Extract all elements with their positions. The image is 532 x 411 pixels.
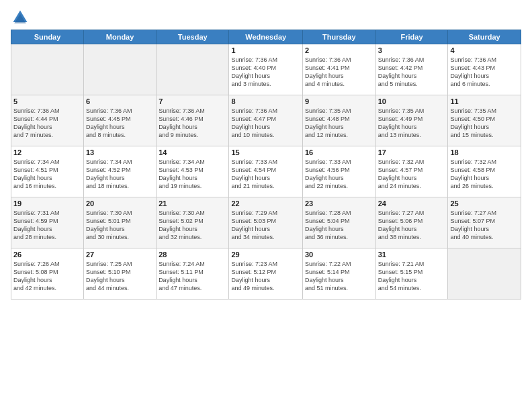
calendar-week-row: 26 Sunrise: 7:26 AMSunset: 5:08 PMDaylig… — [11, 248, 521, 300]
day-info: Sunrise: 7:31 AMSunset: 4:59 PMDaylight … — [13, 209, 81, 242]
day-number: 22 — [231, 199, 300, 208]
day-number: 9 — [305, 97, 373, 105]
day-info: Sunrise: 7:34 AMSunset: 4:51 PMDaylight … — [13, 158, 81, 191]
calendar-day-cell: 3 Sunrise: 7:36 AMSunset: 4:42 PMDayligh… — [375, 44, 448, 95]
day-info: Sunrise: 7:36 AMSunset: 4:46 PMDaylight … — [159, 107, 226, 140]
day-number: 20 — [86, 199, 154, 208]
calendar-day-cell: 23 Sunrise: 7:28 AMSunset: 5:04 PMDaylig… — [302, 197, 375, 248]
day-of-week-header: Tuesday — [157, 30, 229, 44]
day-info: Sunrise: 7:36 AMSunset: 4:43 PMDaylight … — [450, 56, 519, 89]
day-info: Sunrise: 7:32 AMSunset: 4:58 PMDaylight … — [450, 158, 519, 191]
calendar-day-cell: 24 Sunrise: 7:27 AMSunset: 5:06 PMDaylig… — [375, 197, 448, 248]
day-info: Sunrise: 7:25 AMSunset: 5:10 PMDaylight … — [86, 260, 154, 293]
day-of-week-header: Friday — [375, 30, 448, 44]
calendar-day-cell — [448, 248, 521, 300]
calendar-table: SundayMondayTuesdayWednesdayThursdayFrid… — [11, 30, 521, 300]
calendar-day-cell: 26 Sunrise: 7:26 AMSunset: 5:08 PMDaylig… — [11, 248, 84, 300]
day-info: Sunrise: 7:29 AMSunset: 5:03 PMDaylight … — [231, 209, 300, 242]
calendar-day-cell: 12 Sunrise: 7:34 AMSunset: 4:51 PMDaylig… — [11, 146, 84, 197]
day-info: Sunrise: 7:30 AMSunset: 5:02 PMDaylight … — [159, 209, 226, 242]
day-number: 7 — [159, 97, 226, 105]
day-of-week-header: Saturday — [448, 30, 521, 44]
day-number: 1 — [231, 46, 300, 54]
day-number: 26 — [13, 250, 81, 259]
day-info: Sunrise: 7:36 AMSunset: 4:42 PMDaylight … — [378, 56, 446, 89]
day-number: 13 — [86, 148, 154, 156]
day-info: Sunrise: 7:32 AMSunset: 4:57 PMDaylight … — [378, 158, 446, 191]
day-number: 27 — [86, 250, 154, 259]
calendar-day-cell: 16 Sunrise: 7:33 AMSunset: 4:56 PMDaylig… — [302, 146, 375, 197]
day-number: 14 — [159, 148, 226, 156]
day-number: 16 — [305, 148, 373, 156]
calendar-day-cell: 9 Sunrise: 7:35 AMSunset: 4:48 PMDayligh… — [302, 95, 375, 146]
header — [11, 8, 521, 27]
calendar-day-cell: 7 Sunrise: 7:36 AMSunset: 4:46 PMDayligh… — [157, 95, 229, 146]
calendar-day-cell: 13 Sunrise: 7:34 AMSunset: 4:52 PMDaylig… — [84, 146, 157, 197]
calendar-day-cell: 10 Sunrise: 7:35 AMSunset: 4:49 PMDaylig… — [375, 95, 448, 146]
calendar-day-cell: 27 Sunrise: 7:25 AMSunset: 5:10 PMDaylig… — [84, 248, 157, 300]
calendar-day-cell: 8 Sunrise: 7:36 AMSunset: 4:47 PMDayligh… — [229, 95, 303, 146]
calendar-day-cell: 20 Sunrise: 7:30 AMSunset: 5:01 PMDaylig… — [84, 197, 157, 248]
day-number: 11 — [450, 97, 519, 105]
calendar-week-row: 5 Sunrise: 7:36 AMSunset: 4:44 PMDayligh… — [11, 95, 521, 146]
day-number: 3 — [378, 46, 446, 54]
calendar-day-cell: 17 Sunrise: 7:32 AMSunset: 4:57 PMDaylig… — [375, 146, 448, 197]
calendar-day-cell: 1 Sunrise: 7:36 AMSunset: 4:40 PMDayligh… — [229, 44, 303, 95]
day-info: Sunrise: 7:35 AMSunset: 4:48 PMDaylight … — [305, 107, 373, 140]
calendar-day-cell: 19 Sunrise: 7:31 AMSunset: 4:59 PMDaylig… — [11, 197, 84, 248]
day-number: 5 — [13, 97, 81, 105]
calendar-week-row: 12 Sunrise: 7:34 AMSunset: 4:51 PMDaylig… — [11, 146, 521, 197]
calendar-day-cell: 28 Sunrise: 7:24 AMSunset: 5:11 PMDaylig… — [157, 248, 229, 300]
day-number: 15 — [231, 148, 300, 156]
page: SundayMondayTuesdayWednesdayThursdayFrid… — [0, 0, 532, 411]
calendar-header-row: SundayMondayTuesdayWednesdayThursdayFrid… — [11, 30, 521, 44]
day-number: 6 — [86, 97, 154, 105]
day-info: Sunrise: 7:33 AMSunset: 4:54 PMDaylight … — [231, 158, 300, 191]
calendar-day-cell: 11 Sunrise: 7:35 AMSunset: 4:50 PMDaylig… — [448, 95, 521, 146]
day-number: 12 — [13, 148, 81, 156]
calendar-day-cell: 6 Sunrise: 7:36 AMSunset: 4:45 PMDayligh… — [84, 95, 157, 146]
calendar-day-cell: 18 Sunrise: 7:32 AMSunset: 4:58 PMDaylig… — [448, 146, 521, 197]
day-number: 31 — [378, 250, 446, 259]
day-info: Sunrise: 7:36 AMSunset: 4:47 PMDaylight … — [231, 107, 300, 140]
day-number: 28 — [159, 250, 226, 259]
day-number: 24 — [378, 199, 446, 208]
day-info: Sunrise: 7:33 AMSunset: 4:56 PMDaylight … — [305, 158, 373, 191]
calendar-day-cell: 15 Sunrise: 7:33 AMSunset: 4:54 PMDaylig… — [229, 146, 303, 197]
calendar-day-cell: 31 Sunrise: 7:21 AMSunset: 5:15 PMDaylig… — [375, 248, 448, 300]
day-number: 25 — [450, 199, 519, 208]
day-number: 23 — [305, 199, 373, 208]
day-number: 18 — [450, 148, 519, 156]
day-info: Sunrise: 7:35 AMSunset: 4:50 PMDaylight … — [450, 107, 519, 140]
day-info: Sunrise: 7:24 AMSunset: 5:11 PMDaylight … — [159, 260, 226, 293]
day-info: Sunrise: 7:36 AMSunset: 4:44 PMDaylight … — [13, 107, 81, 140]
calendar-day-cell — [84, 44, 157, 95]
day-info: Sunrise: 7:22 AMSunset: 5:14 PMDaylight … — [305, 260, 373, 293]
day-info: Sunrise: 7:34 AMSunset: 4:52 PMDaylight … — [86, 158, 154, 191]
day-of-week-header: Thursday — [302, 30, 375, 44]
day-info: Sunrise: 7:34 AMSunset: 4:53 PMDaylight … — [159, 158, 226, 191]
calendar-week-row: 1 Sunrise: 7:36 AMSunset: 4:40 PMDayligh… — [11, 44, 521, 95]
calendar-week-row: 19 Sunrise: 7:31 AMSunset: 4:59 PMDaylig… — [11, 197, 521, 248]
day-info: Sunrise: 7:27 AMSunset: 5:06 PMDaylight … — [378, 209, 446, 242]
calendar-day-cell: 5 Sunrise: 7:36 AMSunset: 4:44 PMDayligh… — [11, 95, 84, 146]
day-info: Sunrise: 7:21 AMSunset: 5:15 PMDaylight … — [378, 260, 446, 293]
day-info: Sunrise: 7:30 AMSunset: 5:01 PMDaylight … — [86, 209, 154, 242]
day-number: 17 — [378, 148, 446, 156]
day-number: 29 — [231, 250, 300, 259]
day-info: Sunrise: 7:36 AMSunset: 4:45 PMDaylight … — [86, 107, 154, 140]
day-of-week-header: Wednesday — [229, 30, 303, 44]
calendar-day-cell: 25 Sunrise: 7:27 AMSunset: 5:07 PMDaylig… — [448, 197, 521, 248]
calendar-day-cell: 30 Sunrise: 7:22 AMSunset: 5:14 PMDaylig… — [302, 248, 375, 300]
logo-icon — [11, 8, 30, 27]
day-number: 21 — [159, 199, 226, 208]
calendar-day-cell: 29 Sunrise: 7:23 AMSunset: 5:12 PMDaylig… — [229, 248, 303, 300]
day-number: 4 — [450, 46, 519, 54]
day-number: 10 — [378, 97, 446, 105]
calendar-day-cell: 2 Sunrise: 7:36 AMSunset: 4:41 PMDayligh… — [302, 44, 375, 95]
day-info: Sunrise: 7:27 AMSunset: 5:07 PMDaylight … — [450, 209, 519, 242]
day-number: 19 — [13, 199, 81, 208]
day-number: 8 — [231, 97, 300, 105]
day-info: Sunrise: 7:35 AMSunset: 4:49 PMDaylight … — [378, 107, 446, 140]
day-info: Sunrise: 7:26 AMSunset: 5:08 PMDaylight … — [13, 260, 81, 293]
